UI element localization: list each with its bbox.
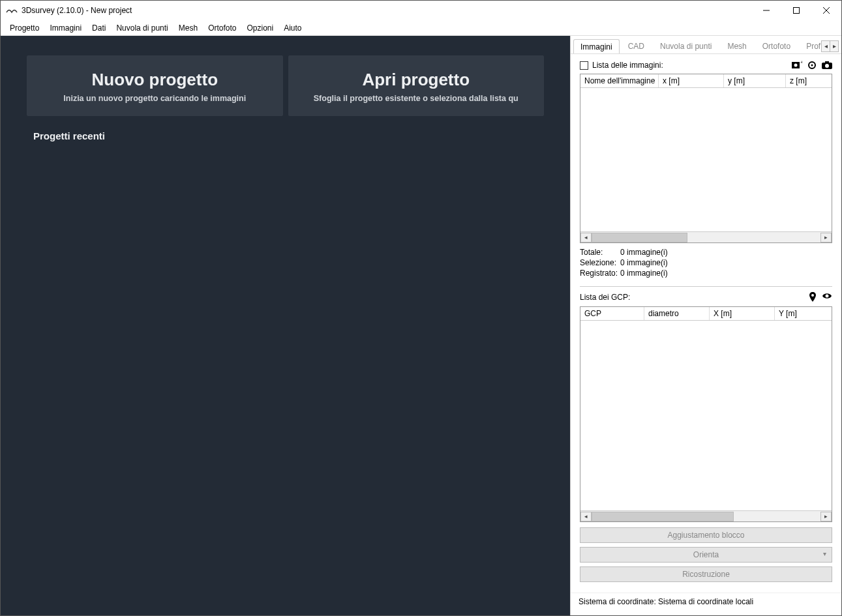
tab-mesh[interactable]: Mesh bbox=[720, 38, 753, 53]
image-table-hscroll[interactable]: ◂ ▸ bbox=[580, 231, 832, 242]
adjust-block-button[interactable]: Aggiustamento blocco bbox=[580, 527, 832, 543]
registered-label: Registrato: bbox=[580, 269, 620, 278]
menubar: Progetto Immagini Dati Nuvola di punti M… bbox=[1, 20, 841, 36]
gcp-list-label: Lista dei GCP: bbox=[580, 293, 630, 302]
open-project-subtitle: Sfoglia il progetto esistente o selezion… bbox=[295, 94, 538, 103]
svg-point-8 bbox=[811, 65, 813, 66]
registered-value: 0 immagine(i) bbox=[620, 269, 668, 278]
gcp-table: GCP diametro X [m] Y [m] ◂ ▸ bbox=[580, 306, 832, 522]
svg-point-12 bbox=[811, 294, 814, 297]
gcp-table-hscroll[interactable]: ◂ ▸ bbox=[580, 510, 832, 521]
menu-dati[interactable]: Dati bbox=[87, 22, 111, 35]
menu-mesh[interactable]: Mesh bbox=[173, 22, 203, 35]
scroll-right-icon[interactable]: ▸ bbox=[820, 233, 832, 242]
total-value: 0 immagine(i) bbox=[620, 248, 668, 257]
scroll-left-icon[interactable]: ◂ bbox=[580, 512, 592, 521]
image-table: Nome dell'immagine x [m] y [m] z [m] ◂ ▸ bbox=[580, 74, 832, 243]
menu-ortofoto[interactable]: Ortofoto bbox=[203, 22, 241, 35]
tab-scroll-left[interactable]: ◂ bbox=[821, 40, 830, 52]
main-area: Nuovo progetto Inizia un nuovo progetto … bbox=[1, 36, 570, 615]
menu-opzioni[interactable]: Opzioni bbox=[242, 22, 279, 35]
menu-nuvola[interactable]: Nuvola di punti bbox=[111, 22, 173, 35]
maximize-button[interactable] bbox=[781, 1, 811, 20]
tab-scroll-right[interactable]: ▸ bbox=[830, 40, 839, 52]
svg-text:+: + bbox=[800, 61, 802, 65]
gcp-table-body bbox=[580, 321, 832, 510]
select-all-images-checkbox[interactable] bbox=[580, 61, 588, 70]
target-icon[interactable] bbox=[807, 61, 817, 70]
new-project-card[interactable]: Nuovo progetto Inizia un nuovo progetto … bbox=[27, 55, 283, 116]
minimize-button[interactable] bbox=[751, 1, 781, 20]
reconstruct-button[interactable]: Ricostruzione bbox=[580, 566, 832, 582]
selection-value: 0 immagine(i) bbox=[620, 258, 668, 267]
total-label: Totale: bbox=[580, 248, 620, 257]
image-col-z[interactable]: z [m] bbox=[786, 74, 832, 87]
image-col-y[interactable]: y [m] bbox=[724, 74, 786, 87]
scroll-right-icon[interactable]: ▸ bbox=[820, 512, 832, 521]
open-project-card[interactable]: Apri progetto Sfoglia il progetto esiste… bbox=[288, 55, 545, 116]
open-project-title: Apri progetto bbox=[295, 70, 538, 90]
side-tabs: Immagini CAD Nuvola di punti Mesh Ortofo… bbox=[573, 38, 822, 53]
image-col-name[interactable]: Nome dell'immagine bbox=[580, 74, 659, 87]
tab-nuvola[interactable]: Nuvola di punti bbox=[653, 38, 719, 53]
gcp-col-x[interactable]: X [m] bbox=[710, 307, 775, 320]
camera-icon[interactable] bbox=[822, 61, 832, 70]
tab-cad[interactable]: CAD bbox=[621, 38, 652, 53]
tab-immagini[interactable]: Immagini bbox=[573, 39, 620, 53]
chevron-down-icon: ▾ bbox=[823, 550, 826, 557]
image-table-body bbox=[580, 88, 832, 231]
window-title: 3Dsurvey (2.10.0) - New project bbox=[22, 6, 132, 15]
app-icon bbox=[6, 7, 18, 14]
svg-rect-1 bbox=[794, 8, 800, 14]
image-col-x[interactable]: x [m] bbox=[659, 74, 724, 87]
new-project-subtitle: Inizia un nuovo progetto caricando le im… bbox=[33, 94, 277, 103]
menu-progetto[interactable]: Progetto bbox=[5, 22, 44, 35]
gcp-col-y[interactable]: Y [m] bbox=[775, 307, 832, 320]
divider bbox=[580, 286, 832, 287]
svg-point-13 bbox=[826, 295, 829, 298]
side-panel: Immagini CAD Nuvola di punti Mesh Ortofo… bbox=[570, 36, 841, 615]
pin-icon[interactable] bbox=[809, 292, 817, 302]
scroll-left-icon[interactable]: ◂ bbox=[580, 233, 592, 242]
svg-rect-10 bbox=[825, 61, 829, 63]
svg-point-5 bbox=[794, 64, 798, 67]
tab-ortofoto[interactable]: Ortofoto bbox=[755, 38, 798, 53]
image-list-label: Lista delle immagini: bbox=[592, 61, 663, 70]
menu-aiuto[interactable]: Aiuto bbox=[278, 22, 307, 35]
add-image-icon[interactable]: + bbox=[792, 61, 802, 70]
gcp-col-diam[interactable]: diametro bbox=[644, 307, 710, 320]
tab-profilo[interactable]: Profilo bbox=[799, 38, 822, 53]
titlebar: 3Dsurvey (2.10.0) - New project bbox=[1, 1, 841, 20]
gcp-col-name[interactable]: GCP bbox=[580, 307, 644, 320]
orient-button[interactable]: Orienta▾ bbox=[580, 547, 832, 563]
selection-label: Selezione: bbox=[580, 258, 620, 267]
eye-icon[interactable] bbox=[822, 292, 832, 302]
new-project-title: Nuovo progetto bbox=[33, 70, 277, 90]
recent-projects-heading: Progetti recenti bbox=[27, 130, 544, 141]
menu-immagini[interactable]: Immagini bbox=[44, 22, 87, 35]
close-button[interactable] bbox=[811, 1, 841, 20]
coordinate-system-status: Sistema di coordinate: Sistema di coordi… bbox=[571, 593, 841, 615]
image-stats: Totale:0 immagine(i) Selezione:0 immagin… bbox=[580, 247, 832, 278]
svg-point-11 bbox=[825, 64, 829, 68]
